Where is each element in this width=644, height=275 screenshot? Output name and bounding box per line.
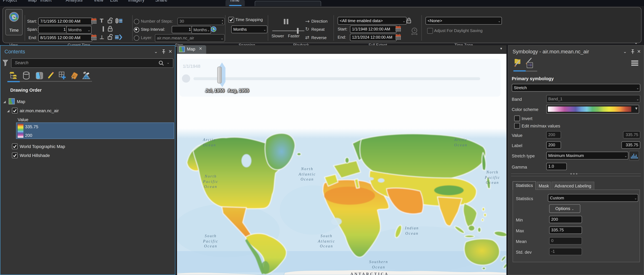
hillshade-visibility-checkbox[interactable]: [12, 153, 18, 158]
repeat-button[interactable]: Repeat: [311, 27, 324, 32]
step-globe-icon[interactable]: [211, 26, 216, 32]
speed-slider-handle[interactable]: [297, 28, 298, 34]
extent-end-field[interactable]: 12/1/2024 12:00:00 AM: [350, 34, 397, 41]
layer-dropdown[interactable]: air.mon.mean.nc_air⌄: [155, 34, 224, 42]
options-button[interactable]: Options ⌄: [549, 204, 580, 213]
time-slider-grip[interactable]: [217, 67, 222, 83]
search-icon[interactable]: [158, 61, 164, 66]
value-min-field[interactable]: 200: [546, 131, 561, 138]
tree-item-air-layer[interactable]: air.mon.mean.nc_air: [20, 108, 59, 113]
faster-label[interactable]: Faster: [288, 34, 300, 38]
stddev-field[interactable]: -1: [549, 248, 582, 255]
legend-selected-row[interactable]: 335.75 200: [16, 122, 174, 139]
direction-button[interactable]: Direction: [311, 19, 328, 23]
tree-item-hillshade[interactable]: World Hillshade: [20, 153, 50, 158]
primary-symbology-dropdown[interactable]: Stretch⌄: [512, 84, 640, 92]
extent-lock-icon[interactable]: [406, 17, 412, 24]
number-of-steps-radio[interactable]: [134, 19, 139, 24]
align-start-icon[interactable]: T: [100, 18, 103, 24]
search-input[interactable]: Search ⌄: [11, 58, 173, 68]
tab-advanced-labeling[interactable]: Advanced Labeling: [552, 182, 594, 190]
full-extent-dropdown[interactable]: <All time enabled data>⌄: [338, 17, 407, 25]
span-unit-dropdown[interactable]: Months⌄: [66, 26, 92, 34]
splitter-grip-dots[interactable]: ●●●: [570, 172, 578, 176]
menu-tab-edit[interactable]: Edit: [110, 0, 118, 3]
label-min-field[interactable]: 200: [546, 141, 561, 149]
lock-open-icon[interactable]: [107, 34, 113, 40]
align-mid-icon[interactable]: [103, 26, 104, 32]
layer-radio[interactable]: [134, 35, 139, 41]
list-by-labeling-icon[interactable]: [70, 71, 79, 80]
align-end-icon[interactable]: ⊥: [100, 34, 104, 40]
color-scheme-picker[interactable]: ▼: [546, 105, 639, 114]
snapping-unit-dropdown[interactable]: Months⌄: [231, 26, 267, 33]
menu-tab-project[interactable]: Project: [3, 0, 17, 3]
expand-layer-icon[interactable]: [7, 110, 10, 112]
collapse-ribbon-icon[interactable]: ⌄: [634, 40, 638, 45]
reverse-button[interactable]: Reverse: [311, 35, 327, 40]
tree-item-map[interactable]: Map: [17, 99, 25, 104]
speed-slider-track[interactable]: [272, 31, 304, 31]
menu-tab-share[interactable]: Share: [155, 0, 167, 3]
menu-tab-analysis[interactable]: Analysis: [66, 0, 82, 3]
lock-closed-icon[interactable]: [107, 26, 113, 32]
list-by-visibility-icon[interactable]: [35, 71, 44, 80]
mean-field[interactable]: 0: [549, 237, 582, 244]
span-field[interactable]: 1: [38, 26, 68, 33]
band-dropdown[interactable]: Band_1⌄: [546, 95, 640, 103]
step-interval-unit-dropdown[interactable]: Months⌄: [191, 26, 211, 34]
menu-tab-map[interactable]: Map: [28, 0, 37, 3]
map-canvas[interactable]: 1/1/1948 Jul, 1955 Aug, 1955: [177, 54, 506, 275]
current-end-field[interactable]: 8/1/1955 12:00:00 AM: [38, 34, 92, 42]
menu-tab-view[interactable]: View: [94, 0, 103, 3]
tab-list-chevron-icon[interactable]: ▾: [500, 47, 502, 51]
menu-hamburger-icon[interactable]: [631, 61, 638, 66]
calendar-icon[interactable]: [396, 34, 401, 40]
layer-visibility-checkbox[interactable]: [12, 108, 18, 114]
daylight-saving-checkbox[interactable]: [427, 28, 433, 34]
stretch-type-dropdown[interactable]: Minimum Maximum⌄: [546, 152, 628, 159]
list-by-drawing-order-icon[interactable]: [9, 71, 18, 80]
sync-slider-end-icon[interactable]: [115, 35, 122, 40]
invert-checkbox[interactable]: [514, 116, 520, 121]
pause-icon[interactable]: [287, 19, 288, 24]
tab-mask[interactable]: Mask: [537, 182, 551, 190]
histogram-button[interactable]: [629, 151, 639, 161]
time-view-button[interactable]: Time: [5, 9, 22, 36]
step-interval-radio[interactable]: [134, 27, 139, 33]
pin-icon[interactable]: [162, 49, 166, 54]
list-by-data-source-icon[interactable]: [22, 71, 31, 80]
close-icon[interactable]: ✕: [168, 49, 172, 54]
calendar-icon[interactable]: [91, 34, 96, 40]
value-max-field[interactable]: 335.75: [623, 131, 640, 138]
list-by-snapping-icon[interactable]: [58, 71, 67, 80]
menu-tab-insert[interactable]: Insert: [40, 0, 52, 3]
vector-field-tab-icon[interactable]: [524, 57, 534, 69]
primary-symbology-tab-icon[interactable]: [513, 58, 522, 68]
topo-visibility-checkbox[interactable]: [12, 143, 18, 149]
list-by-charts-icon[interactable]: [82, 71, 91, 80]
pause-icon[interactable]: [284, 19, 285, 24]
statistics-dropdown[interactable]: Custom⌄: [548, 194, 638, 202]
close-icon[interactable]: ✕: [637, 49, 641, 54]
tab-statistics[interactable]: Statistics: [512, 181, 536, 190]
calendar-icon[interactable]: [396, 26, 401, 32]
search-options-chevron-icon[interactable]: ⌄: [167, 61, 170, 65]
time-slider-track-ghost[interactable]: [194, 77, 480, 80]
max-field[interactable]: 335.75: [549, 226, 582, 234]
calendar-icon[interactable]: [91, 18, 96, 24]
panel-menu-chevron-icon[interactable]: ⌄: [623, 49, 627, 54]
time-slider-play-ghost[interactable]: [182, 74, 190, 83]
filter-icon[interactable]: [2, 60, 8, 66]
expand-map-icon[interactable]: [3, 101, 6, 103]
close-tab-icon[interactable]: ✕: [199, 47, 202, 51]
lock-open-icon[interactable]: [107, 17, 113, 24]
map-view-tab[interactable]: Map ✕: [177, 45, 206, 54]
list-by-editing-icon[interactable]: [46, 71, 56, 80]
number-of-steps-field[interactable]: 30 ▴ ▾: [178, 18, 224, 25]
extent-start-field[interactable]: 1/1/1948 12:00:00 AM: [350, 26, 397, 33]
step-interval-field[interactable]: 1: [172, 26, 193, 33]
edit-minmax-checkbox[interactable]: [514, 123, 520, 129]
time-zone-dropdown[interactable]: <None>⌄: [426, 17, 502, 25]
min-field[interactable]: 200: [549, 216, 582, 223]
